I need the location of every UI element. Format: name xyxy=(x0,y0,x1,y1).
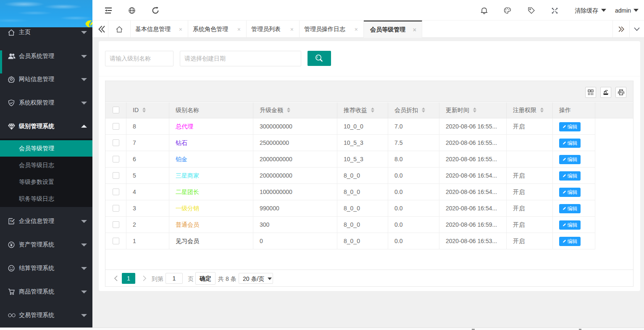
svg-text:?: ? xyxy=(10,219,12,223)
